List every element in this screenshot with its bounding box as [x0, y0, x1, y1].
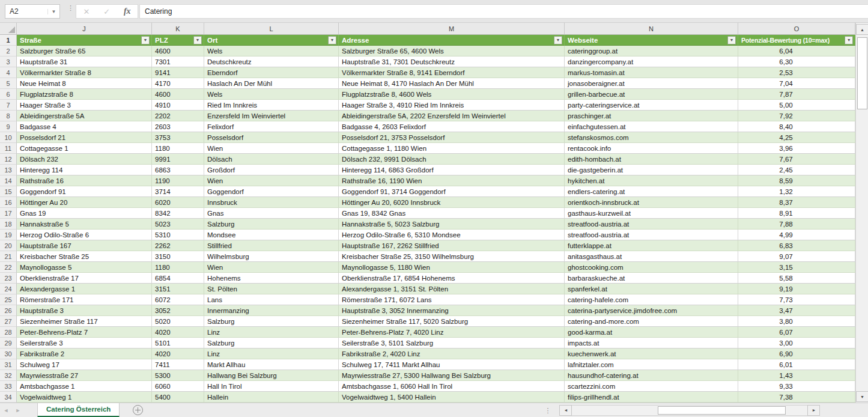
- filter-dropdown-icon[interactable]: ▼: [328, 36, 336, 44]
- row-number[interactable]: 23: [0, 273, 17, 284]
- row-number[interactable]: 4: [0, 67, 17, 78]
- cell-webseite[interactable]: lafnitztaler.com: [565, 359, 738, 370]
- cell-webseite[interactable]: markus-tomasin.at: [565, 67, 738, 78]
- name-box-dropdown-icon[interactable]: ▼: [47, 9, 59, 14]
- cell-bewertung[interactable]: 7,92: [738, 111, 855, 121]
- cell-adresse[interactable]: Hauptstraße 3, 3052 Innermanzing: [339, 305, 565, 316]
- cell-ort[interactable]: Haslach An Der Mühl: [204, 78, 339, 89]
- row-number[interactable]: 19: [0, 230, 17, 240]
- cell-webseite[interactable]: orientkoch-innsbruck.at: [565, 197, 738, 208]
- cell-strasse[interactable]: Vogelwaidtweg 1: [17, 392, 152, 403]
- cell-plz[interactable]: 5023: [152, 219, 204, 230]
- cell-strasse[interactable]: Neue Heimat 8: [17, 78, 152, 89]
- cell-adresse[interactable]: Gnas 19, 8342 Gnas: [339, 208, 565, 219]
- cell-bewertung[interactable]: 3,80: [738, 316, 855, 327]
- cell-adresse[interactable]: Völkermarkter Straße 8, 9141 Eberndorf: [339, 67, 565, 78]
- cell-bewertung[interactable]: 6,01: [738, 359, 855, 370]
- cell-ort[interactable]: Wien: [204, 143, 339, 154]
- row-number[interactable]: 30: [0, 349, 17, 359]
- cell-adresse[interactable]: Mayrwiesstraße 27, 5300 Hallwang Bei Sal…: [339, 370, 565, 381]
- cell-ort[interactable]: Ried Im Innkreis: [204, 100, 339, 111]
- row-number[interactable]: 11: [0, 143, 17, 154]
- row-number[interactable]: 10: [0, 132, 17, 143]
- cell-webseite[interactable]: praschinger.at: [565, 111, 738, 121]
- scroll-left-icon[interactable]: ◄: [559, 405, 572, 416]
- filter-dropdown-icon[interactable]: ▼: [845, 36, 853, 44]
- cell-webseite[interactable]: streatfood-austria.at: [565, 230, 738, 240]
- cell-adresse[interactable]: Rathstraße 16, 1190 Wien: [339, 175, 565, 186]
- cell-plz[interactable]: 7301: [152, 56, 204, 67]
- cell-bewertung[interactable]: 9,19: [738, 284, 855, 294]
- cell-ort[interactable]: Hohenems: [204, 273, 339, 284]
- cell-plz[interactable]: 4020: [152, 349, 204, 359]
- cell-plz[interactable]: 6072: [152, 294, 204, 305]
- cell-webseite[interactable]: streatfood-austria.at: [565, 219, 738, 230]
- cell-adresse[interactable]: Herzog Odilo-Straße 6, 5310 Mondsee: [339, 230, 565, 240]
- cell-ort[interactable]: Lans: [204, 294, 339, 305]
- cell-adresse[interactable]: Cottagegasse 1, 1180 Wien: [339, 143, 565, 154]
- cell-webseite[interactable]: gasthaus-kurzweil.at: [565, 208, 738, 219]
- cell-webseite[interactable]: endlers-catering.at: [565, 186, 738, 197]
- cell-adresse[interactable]: Höttinger Au 20, 6020 Innsbruck: [339, 197, 565, 208]
- cell-bewertung[interactable]: 5,00: [738, 100, 855, 111]
- row-number[interactable]: 17: [0, 208, 17, 219]
- cell-bewertung[interactable]: 8,91: [738, 208, 855, 219]
- header-cell-strasse[interactable]: Straße▼: [17, 35, 152, 46]
- cell-bewertung[interactable]: 7,38: [738, 392, 855, 403]
- formula-input[interactable]: Catering: [139, 4, 868, 19]
- select-all-corner[interactable]: [0, 23, 17, 34]
- cell-webseite[interactable]: catering-and-more.com: [565, 316, 738, 327]
- row-number[interactable]: 13: [0, 165, 17, 175]
- cell-bewertung[interactable]: 7,88: [738, 219, 855, 230]
- cell-webseite[interactable]: edith-hombach.at: [565, 154, 738, 165]
- filter-dropdown-icon[interactable]: ▼: [193, 36, 202, 44]
- cell-strasse[interactable]: Herzog Odilo-Straße 6: [17, 230, 152, 240]
- cell-bewertung[interactable]: 1,32: [738, 186, 855, 197]
- cell-webseite[interactable]: kuechenwerk.at: [565, 349, 738, 359]
- cell-ort[interactable]: Innermanzing: [204, 305, 339, 316]
- cell-plz[interactable]: 4600: [152, 89, 204, 100]
- row-number[interactable]: 1: [0, 35, 17, 46]
- cell-plz[interactable]: 5101: [152, 338, 204, 349]
- cell-plz[interactable]: 2262: [152, 240, 204, 251]
- row-number[interactable]: 33: [0, 381, 17, 392]
- cell-adresse[interactable]: Oberklienstraße 17, 6854 Hohenems: [339, 273, 565, 284]
- cell-plz[interactable]: 1190: [152, 175, 204, 186]
- name-box[interactable]: A2 ▼: [5, 4, 60, 19]
- cell-plz[interactable]: 5300: [152, 370, 204, 381]
- row-number[interactable]: 15: [0, 186, 17, 197]
- row-number[interactable]: 16: [0, 197, 17, 208]
- cell-adresse[interactable]: Peter-Behrens-Platz 7, 4020 Linz: [339, 327, 565, 338]
- cell-plz[interactable]: 4910: [152, 100, 204, 111]
- cell-bewertung[interactable]: 7,67: [738, 154, 855, 165]
- cell-strasse[interactable]: Ableidingerstraße 5A: [17, 111, 152, 121]
- row-number[interactable]: 9: [0, 121, 17, 132]
- cell-bewertung[interactable]: 9,33: [738, 381, 855, 392]
- scroll-up-icon[interactable]: ▲: [856, 24, 868, 35]
- cell-webseite[interactable]: caterina-partyservice.jimdofree.com: [565, 305, 738, 316]
- cell-plz[interactable]: 6863: [152, 165, 204, 175]
- cell-webseite[interactable]: scartezzini.com: [565, 381, 738, 392]
- row-number[interactable]: 7: [0, 100, 17, 111]
- cell-strasse[interactable]: Goggendorf 91: [17, 186, 152, 197]
- header-cell-adresse[interactable]: Adresse▼: [339, 35, 565, 46]
- cell-ort[interactable]: Hallwang Bei Salzburg: [204, 370, 339, 381]
- add-sheet-button[interactable]: [133, 405, 143, 415]
- column-header-J[interactable]: J: [17, 23, 152, 34]
- cell-adresse[interactable]: Amtsbachgasse 1, 6060 Hall In Tirol: [339, 381, 565, 392]
- row-number[interactable]: 25: [0, 294, 17, 305]
- cell-ort[interactable]: Markt Allhau: [204, 359, 339, 370]
- cell-bewertung[interactable]: 6,07: [738, 327, 855, 338]
- cell-plz[interactable]: 1180: [152, 143, 204, 154]
- cell-plz[interactable]: 6020: [152, 197, 204, 208]
- column-header-L[interactable]: L: [204, 23, 339, 34]
- header-cell-ort[interactable]: Ort▼: [204, 35, 339, 46]
- cell-ort[interactable]: Großdorf: [204, 165, 339, 175]
- row-number[interactable]: 6: [0, 89, 17, 100]
- cell-bewertung[interactable]: 3,15: [738, 262, 855, 273]
- row-number[interactable]: 21: [0, 251, 17, 262]
- cell-ort[interactable]: Felixdorf: [204, 121, 339, 132]
- row-number[interactable]: 29: [0, 338, 17, 349]
- cell-strasse[interactable]: Hauptstraße 3: [17, 305, 152, 316]
- cell-ort[interactable]: St. Pölten: [204, 284, 339, 294]
